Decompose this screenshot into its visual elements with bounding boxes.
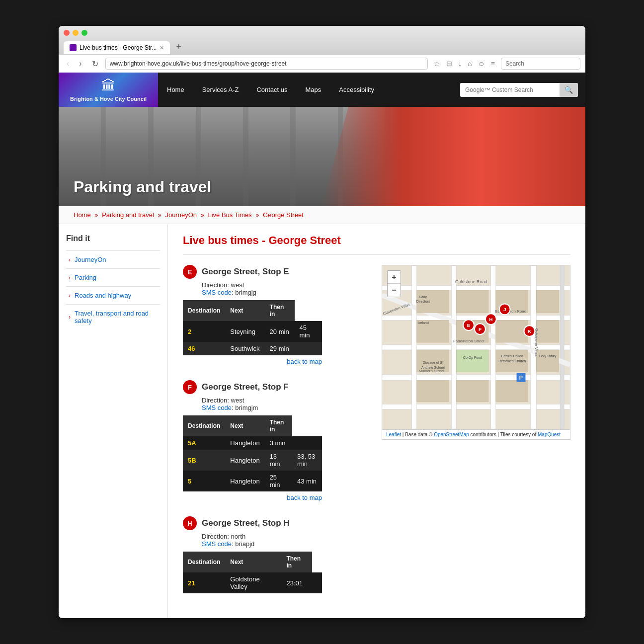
bus-next-f-1: 3 min	[265, 436, 292, 450]
svg-rect-3	[382, 345, 570, 350]
sidebar-link-travel[interactable]: Travel, transport and road safety	[75, 310, 158, 324]
svg-rect-24	[496, 381, 528, 402]
leaflet-link[interactable]: Leaflet	[386, 432, 401, 437]
map-zoom-in-button[interactable]: +	[388, 271, 401, 284]
nav-home[interactable]: Home	[158, 77, 193, 102]
svg-text:Goldstone Road: Goldstone Road	[455, 279, 487, 284]
nav-maps[interactable]: Maps	[297, 77, 330, 102]
map-container: + −	[382, 265, 570, 440]
reload-button[interactable]: ↻	[89, 58, 101, 70]
chevron-icon-roads: ›	[69, 292, 71, 299]
page-content: 🏛 Brighton & Hove City Council Home Serv…	[59, 73, 585, 618]
new-tab-button[interactable]: +	[172, 40, 185, 54]
svg-text:Central United: Central United	[501, 354, 523, 358]
table-row: 2 Steyning 20 min 45 min	[183, 321, 322, 342]
svg-rect-1	[382, 286, 570, 291]
reader-icon[interactable]: ⊟	[444, 59, 454, 69]
user-icon[interactable]: ☺	[476, 59, 487, 69]
chevron-icon-travel: ›	[69, 314, 71, 321]
back-button[interactable]: ‹	[64, 58, 72, 69]
download-icon[interactable]: ↓	[456, 59, 464, 69]
google-search-button[interactable]: 🔍	[560, 83, 578, 97]
browser-window: Live bus times - George Str... ✕ + ‹ › ↻…	[59, 26, 585, 618]
breadcrumb-parking-travel[interactable]: Parking and travel	[102, 211, 154, 219]
svg-text:K: K	[528, 328, 532, 334]
home-icon[interactable]: ⌂	[466, 59, 474, 69]
bus-then-h-1	[312, 572, 322, 593]
nav-contact[interactable]: Contact us	[247, 77, 296, 102]
sidebar-link-parking[interactable]: Parking	[75, 274, 96, 281]
col-header-dest-f: Destination	[183, 415, 225, 436]
stop-name-h: George Street, Stop H	[202, 518, 290, 528]
bus-number-e-2: 46	[183, 342, 225, 355]
bus-dest-f-2: Hangleton	[225, 450, 264, 471]
back-to-map-f[interactable]: back to map	[183, 494, 322, 501]
logo-area: 🏛 Brighton & Hove City Council	[59, 73, 158, 107]
sidebar-link-roads[interactable]: Roads and highway	[75, 292, 131, 299]
bus-table-f: Destination Next Then in 5A Hangleton	[183, 415, 322, 491]
stop-and-map: E George Street, Stop E Direction: west …	[183, 265, 570, 608]
breadcrumb-sep-1: »	[94, 211, 100, 219]
svg-rect-22	[496, 320, 528, 342]
breadcrumb-sep-3: »	[201, 211, 206, 219]
sidebar-link-journeyon[interactable]: JourneyOn	[75, 256, 106, 263]
tab-close-icon[interactable]: ✕	[160, 45, 164, 51]
breadcrumb-home[interactable]: Home	[74, 211, 91, 219]
bus-then-f-2: 33, 53 min	[292, 450, 322, 471]
search-area: 🔍	[453, 73, 585, 107]
stop-meta-e: Direction: west SMS code: brimgjg	[202, 281, 372, 296]
sidebar-item-roads[interactable]: › Roads and highway	[66, 286, 160, 304]
bookmark-icon[interactable]: ☆	[432, 59, 442, 69]
menu-icon[interactable]: ≡	[489, 59, 497, 69]
active-tab[interactable]: Live bus times - George Str... ✕	[64, 41, 170, 54]
map-area[interactable]: + −	[382, 265, 570, 429]
google-search-input[interactable]	[460, 83, 560, 96]
breadcrumb: Home » Parking and travel » JourneyOn » …	[59, 206, 585, 224]
nav-services-az[interactable]: Services A-Z	[193, 77, 248, 102]
bus-then-f-1	[292, 436, 322, 450]
bus-then-f-3: 43 min	[292, 471, 322, 491]
maximize-button[interactable]	[81, 30, 87, 36]
sms-code-value-h: briapjd	[235, 540, 254, 548]
svg-text:E: E	[467, 322, 471, 328]
back-to-map-e[interactable]: back to map	[183, 358, 322, 365]
bus-table-h: Destination Next Then in 21 Goldstone Va…	[183, 552, 322, 593]
sidebar: Find it › JourneyOn › Parking › Roads an…	[59, 224, 168, 618]
forward-button[interactable]: ›	[76, 58, 84, 69]
mapquest-link[interactable]: MapQuest	[538, 432, 561, 437]
map-zoom-out-button[interactable]: −	[388, 284, 401, 297]
sms-code-link-f[interactable]: SMS code	[202, 404, 232, 411]
breadcrumb-live-bus-times[interactable]: Live Bus Times	[208, 211, 251, 219]
openstreetmap-link[interactable]: OpenStreetMap	[434, 432, 469, 437]
stop-name-f: George Street, Stop F	[202, 382, 289, 392]
minimize-button[interactable]	[73, 30, 79, 36]
address-bar[interactable]	[105, 58, 428, 70]
svg-text:Andrew School: Andrew School	[421, 366, 445, 369]
tab-bar: Live bus times - George Str... ✕ +	[64, 40, 580, 54]
council-logo-icon: 🏛	[101, 78, 115, 94]
bus-dest-f-1: Hangleton	[225, 436, 264, 450]
sidebar-item-journeyon[interactable]: › JourneyOn	[66, 250, 160, 268]
sidebar-item-parking[interactable]: › Parking	[66, 268, 160, 286]
sms-code-link-e[interactable]: SMS code	[202, 289, 232, 296]
svg-rect-5	[382, 404, 570, 409]
map-toolbar: + −	[387, 270, 401, 297]
stop-section-h: H George Street, Stop H Direction: north…	[183, 516, 372, 593]
browser-search-input[interactable]	[501, 58, 580, 70]
stop-direction-f: Direction: west	[202, 397, 372, 404]
bus-dest-e-1: Steyning	[225, 321, 264, 342]
col-header-dest-h: Destination	[183, 552, 225, 572]
svg-text:Diocese of St: Diocese of St	[423, 361, 443, 364]
sms-code-link-h[interactable]: SMS code	[202, 540, 232, 548]
breadcrumb-journeyon[interactable]: JourneyOn	[165, 211, 197, 219]
svg-rect-19	[456, 350, 488, 372]
close-button[interactable]	[64, 30, 70, 36]
table-row: 5B Hangleton 13 min 33, 53 min	[183, 450, 322, 471]
bus-number-e-1: 2	[183, 321, 225, 342]
svg-text:Co Op Food: Co Op Food	[463, 356, 482, 360]
sms-code-value-e: brimgjg	[235, 289, 256, 296]
svg-text:H: H	[489, 317, 492, 322]
stop-direction-e: Direction: west	[202, 281, 372, 289]
nav-accessibility[interactable]: Accessibility	[330, 77, 383, 102]
sidebar-item-travel[interactable]: › Travel, transport and road safety	[66, 304, 160, 329]
